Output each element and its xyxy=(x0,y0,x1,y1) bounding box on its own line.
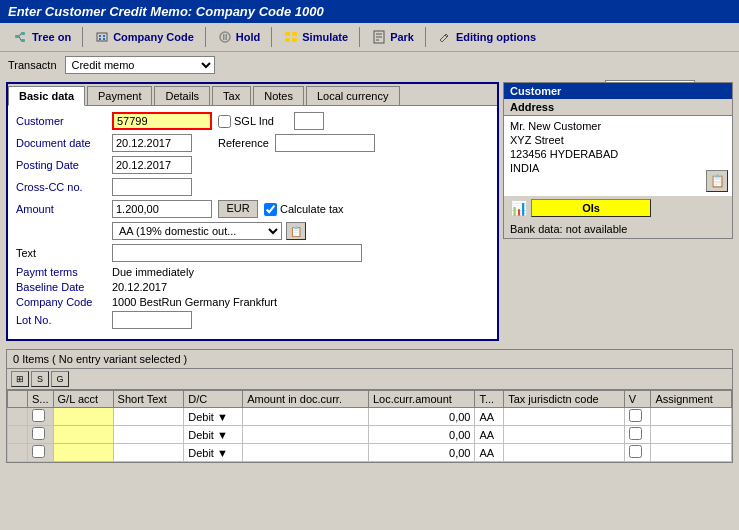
row-num-1 xyxy=(8,408,28,426)
cross-cc-input[interactable] xyxy=(112,178,192,196)
amount-doc-1[interactable] xyxy=(243,408,369,426)
transactn-select[interactable]: Credit memo xyxy=(65,56,215,74)
col-assignment: Assignment xyxy=(651,391,732,408)
baseline-date-value: 20.12.2017 xyxy=(112,281,167,293)
tax-code-1: AA xyxy=(475,408,504,426)
tab-notes[interactable]: Notes xyxy=(253,86,304,105)
tree-on-button[interactable]: Tree on xyxy=(6,26,78,48)
amount-input[interactable] xyxy=(112,200,212,218)
amount-doc-3[interactable] xyxy=(243,444,369,462)
glacct-1[interactable] xyxy=(53,408,113,426)
paymt-terms-value: Due immediately xyxy=(112,266,194,278)
customer-header: Customer xyxy=(504,83,732,99)
dc-2: Debit ▼ xyxy=(184,426,243,444)
shorttext-3[interactable] xyxy=(113,444,184,462)
transactn-label: Transactn xyxy=(8,59,57,71)
tab-local-currency[interactable]: Local currency xyxy=(306,86,400,105)
row-checkbox-1[interactable] xyxy=(32,409,45,422)
currency-field: EUR xyxy=(218,200,258,218)
baseline-date-row: Baseline Date 20.12.2017 xyxy=(16,281,489,293)
v-checkbox-2[interactable] xyxy=(629,427,642,440)
v-checkbox-1[interactable] xyxy=(629,409,642,422)
glacct-3[interactable] xyxy=(53,444,113,462)
editing-options-button[interactable]: Editing options xyxy=(430,26,543,48)
customer-input[interactable] xyxy=(112,112,212,130)
customer-name: Mr. New Customer xyxy=(510,120,726,132)
svg-rect-1 xyxy=(21,32,25,35)
text-input[interactable] xyxy=(112,244,362,262)
loc-curr-1: 0,00 xyxy=(368,408,474,426)
company-code-info-value: 1000 BestRun Germany Frankfurt xyxy=(112,296,277,308)
toolbar: Tree on Company Code Hold Simulate Park … xyxy=(0,23,739,52)
sgl-ind-checkbox[interactable] xyxy=(218,115,231,128)
svg-rect-14 xyxy=(292,32,297,36)
customer-row: Customer SGL Ind xyxy=(16,112,489,130)
simulate-button[interactable]: Simulate xyxy=(276,26,355,48)
items-btn-2[interactable]: S xyxy=(31,371,49,387)
park-icon xyxy=(371,29,387,45)
tab-payment[interactable]: Payment xyxy=(87,86,152,105)
items-table: S... G/L acct Short Text D/C Amount in d… xyxy=(7,390,732,462)
col-amount-doc: Amount in doc.curr. xyxy=(243,391,369,408)
svg-line-3 xyxy=(19,34,21,37)
v-checkbox-3[interactable] xyxy=(629,445,642,458)
items-btn-3[interactable]: G xyxy=(51,371,69,387)
address-details-button[interactable]: 📋 xyxy=(706,170,728,192)
glacct-2[interactable] xyxy=(53,426,113,444)
svg-rect-2 xyxy=(21,39,25,42)
v-1 xyxy=(624,408,651,426)
svg-rect-12 xyxy=(225,34,227,40)
posting-date-label: Posting Date xyxy=(16,159,106,171)
svg-rect-11 xyxy=(223,34,225,40)
col-tax-jur: Tax jurisdictn code xyxy=(504,391,625,408)
items-section: 0 Items ( No entry variant selected ) ⊞ … xyxy=(6,349,733,463)
col-dc: D/C xyxy=(184,391,243,408)
tax-jur-1[interactable] xyxy=(504,408,625,426)
hold-button[interactable]: Hold xyxy=(210,26,267,48)
tax-select[interactable]: AA (19% domestic out... xyxy=(112,222,282,240)
transactn-row: Transactn Credit memo xyxy=(0,52,739,78)
tab-details[interactable]: Details xyxy=(154,86,210,105)
row-checkbox-3[interactable] xyxy=(32,445,45,458)
col-shorttext: Short Text xyxy=(113,391,184,408)
items-btn-1[interactable]: ⊞ xyxy=(11,371,29,387)
shorttext-2[interactable] xyxy=(113,426,184,444)
ois-icon: 📊 xyxy=(510,200,527,216)
amount-label: Amount xyxy=(16,203,106,215)
row-num-3 xyxy=(8,444,28,462)
left-panel: Basic data Payment Details Tax Notes Loc… xyxy=(6,82,499,341)
calculate-tax-checkbox[interactable] xyxy=(264,203,277,216)
svg-rect-13 xyxy=(285,32,290,36)
tab-basic-data[interactable]: Basic data xyxy=(8,86,85,106)
assignment-1[interactable] xyxy=(651,408,732,426)
company-code-button[interactable]: Company Code xyxy=(87,26,201,48)
park-button[interactable]: Park xyxy=(364,26,421,48)
assignment-2[interactable] xyxy=(651,426,732,444)
copy-button[interactable]: 📋 xyxy=(286,222,306,240)
reference-input[interactable] xyxy=(275,134,375,152)
row-select-1 xyxy=(28,408,54,426)
company-code-icon xyxy=(94,29,110,45)
items-header: 0 Items ( No entry variant selected ) xyxy=(7,350,732,369)
tax-jur-2[interactable] xyxy=(504,426,625,444)
page-title: Enter Customer Credit Memo: Company Code… xyxy=(0,0,739,23)
shorttext-1[interactable] xyxy=(113,408,184,426)
document-date-input[interactable] xyxy=(112,134,192,152)
table-row: Debit ▼ 0,00 AA xyxy=(8,444,732,462)
sgl-ind-input[interactable] xyxy=(294,112,324,130)
svg-rect-16 xyxy=(292,38,297,42)
right-panel: Customer Address Mr. New Customer XYZ St… xyxy=(503,82,733,341)
assignment-3[interactable] xyxy=(651,444,732,462)
tab-tax[interactable]: Tax xyxy=(212,86,251,105)
ois-button[interactable]: OIs xyxy=(531,199,651,217)
lot-no-input[interactable] xyxy=(112,311,192,329)
separator5 xyxy=(425,27,426,47)
col-glacct: G/L acct xyxy=(53,391,113,408)
tax-jur-3[interactable] xyxy=(504,444,625,462)
v-2 xyxy=(624,426,651,444)
amount-doc-2[interactable] xyxy=(243,426,369,444)
customer-country: INDIA xyxy=(510,162,726,174)
col-rownum xyxy=(8,391,28,408)
posting-date-input[interactable] xyxy=(112,156,192,174)
row-checkbox-2[interactable] xyxy=(32,427,45,440)
